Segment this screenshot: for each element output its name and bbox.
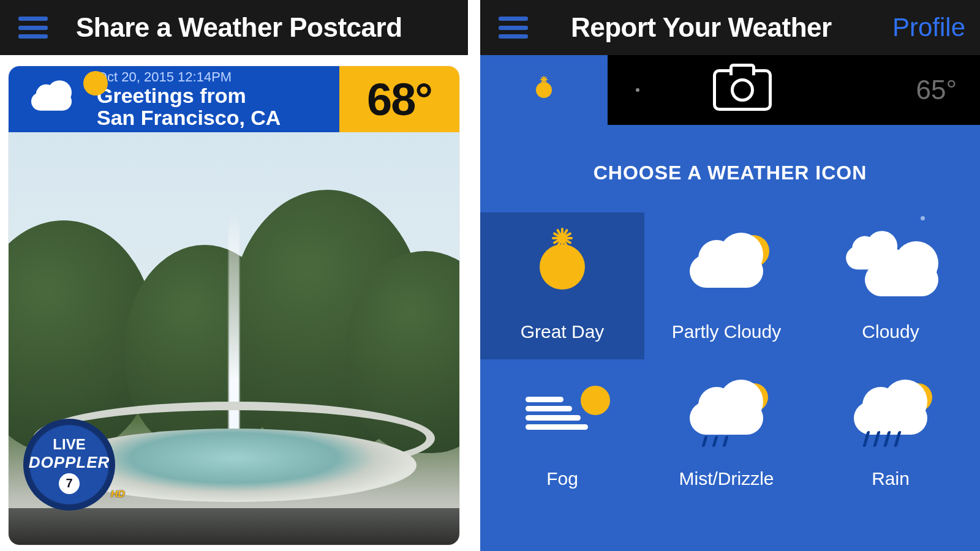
tile-label: Rain — [872, 468, 910, 489]
menu-icon[interactable] — [499, 17, 528, 39]
postcard-weather-icon — [9, 66, 94, 132]
postcard-title: Share a Weather Postcard — [76, 12, 402, 43]
weather-icon-grid: Great Day Partly Cloudy Cloudy — [480, 212, 980, 514]
tile-mist-drizzle[interactable]: Mist/Drizzle — [644, 359, 809, 506]
reported-temperature: 65° — [916, 75, 957, 105]
fog-icon — [526, 389, 599, 438]
report-topstrip: 65° — [480, 55, 980, 125]
cloudy-icon — [854, 246, 927, 288]
tile-partly-cloudy[interactable]: Partly Cloudy — [644, 212, 809, 359]
tile-fog[interactable]: Fog — [480, 359, 644, 506]
tile-label: Cloudy — [862, 321, 919, 342]
camera-icon[interactable] — [713, 69, 772, 111]
menu-icon[interactable] — [18, 17, 48, 39]
postcard-greeting-2: San Francisco, CA — [97, 107, 337, 129]
tile-label: Mist/Drizzle — [679, 468, 774, 489]
postcard-header: Share a Weather Postcard — [0, 0, 468, 55]
report-title: Report Your Weather — [571, 12, 832, 43]
weather-postcard[interactable]: Oct 20, 2015 12:14PM Greetings from San … — [9, 66, 459, 545]
badge-hd: HD — [110, 489, 126, 500]
tile-label: Great Day — [521, 321, 605, 342]
choose-icon-title: CHOOSE A WEATHER ICON — [480, 162, 980, 184]
postcard-temperature: 68° — [339, 66, 459, 132]
current-condition-icon — [480, 55, 608, 125]
postcard-datetime: Oct 20, 2015 12:14PM — [97, 69, 337, 85]
report-header: Report Your Weather Profile — [480, 0, 980, 55]
tile-label: Fog — [546, 468, 578, 489]
badge-doppler: DOPPLER — [29, 453, 110, 472]
tile-great-day[interactable]: Great Day — [480, 212, 644, 359]
sun-icon — [536, 82, 552, 98]
profile-link[interactable]: Profile — [892, 13, 965, 42]
badge-live: LIVE — [53, 436, 85, 453]
partly-cloudy-icon — [690, 246, 763, 288]
postcard-screen: Share a Weather Postcard Oct 20, 2015 12… — [0, 0, 468, 551]
dot-accent — [921, 216, 925, 220]
tile-label: Partly Cloudy — [672, 321, 781, 342]
postcard-photo: LIVE DOPPLER 7 HD — [9, 132, 459, 545]
sun-icon — [540, 244, 585, 290]
postcard-band: Oct 20, 2015 12:14PM Greetings from San … — [9, 66, 459, 132]
tile-cloudy[interactable]: Cloudy — [809, 212, 973, 359]
badge-channel: 7 — [59, 473, 80, 494]
rain-icon — [854, 393, 927, 435]
drizzle-icon — [690, 393, 763, 435]
live-doppler-badge: LIVE DOPPLER 7 HD — [23, 419, 115, 511]
postcard-greeting-1: Greetings from — [97, 85, 337, 107]
pager-dot — [636, 88, 639, 92]
tile-rain[interactable]: Rain — [809, 359, 973, 506]
report-screen: Report Your Weather Profile — [480, 0, 980, 551]
